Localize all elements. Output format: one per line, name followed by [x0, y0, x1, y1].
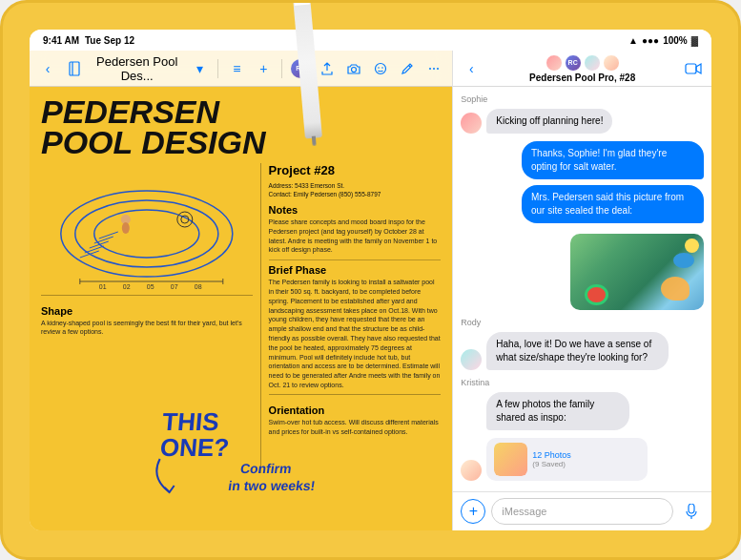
date-display: Tue Sep 12	[85, 35, 134, 46]
notes-panel: ‹ Pedersen Pool Des... ▾ ≡ +	[30, 51, 452, 530]
brief-header: Brief Phase	[269, 259, 442, 276]
list-button[interactable]: ≡	[226, 58, 247, 79]
wifi-icon: ▲	[628, 35, 638, 46]
msg-kristina-text: A few photos the family shared as inspo:	[496, 399, 594, 423]
sun-icon	[685, 239, 699, 253]
photo-preview	[494, 443, 527, 476]
messages-list: Sophie Kicking off planning here! T	[453, 87, 711, 491]
notes-document: PEDERSEN POOL DESIGN	[30, 87, 452, 530]
msg-rody-text: Haha, love it! Do we have a sense of wha…	[496, 339, 651, 363]
bubble-sophie: Kicking off planning here!	[486, 109, 612, 134]
photo-attachment[interactable]: 12 Photos (9 Saved)	[486, 438, 648, 481]
svg-point-9	[61, 191, 233, 277]
toolbar-divider2	[281, 59, 282, 78]
doc-left-column: 01 02 05 07 08	[41, 163, 261, 473]
message-group-rody: Rody Haha, love it! Do we have a sense o…	[461, 318, 704, 370]
project-contact: Contact: Emily Pedersen (850) 555-8797	[269, 190, 442, 199]
back-icon: ‹	[46, 61, 51, 76]
svg-text:05: 05	[147, 283, 154, 290]
message-group-kristina: Kristina A few photos the family shared …	[461, 378, 704, 481]
svg-text:in two weeks!: in two weeks!	[227, 478, 316, 493]
project-address: Address: 5433 Emerson St.	[269, 181, 442, 191]
bubble-kristina: A few photos the family shared as inspo:	[486, 392, 628, 430]
emoji-button[interactable]	[370, 58, 391, 79]
signal-icon: ●●●	[642, 35, 659, 46]
sender-label-kristina: Kristina	[461, 378, 704, 387]
book-icon	[67, 61, 82, 76]
pool-sketch: 01 02 05 07 08	[41, 167, 253, 291]
markup-button[interactable]	[397, 58, 418, 79]
add-button[interactable]: +	[253, 58, 274, 79]
camera-button[interactable]	[343, 58, 364, 79]
photo-info-area: 12 Photos (9 Saved)	[532, 450, 571, 468]
add-attachment-button[interactable]: +	[461, 499, 485, 524]
avatar-kristina-msg	[461, 460, 482, 481]
svg-point-4	[378, 67, 380, 69]
svg-point-5	[381, 67, 383, 69]
svg-text:07: 07	[171, 283, 178, 290]
svg-point-3	[376, 63, 386, 73]
main-content: ‹ Pedersen Pool Des... ▾ ≡ +	[30, 51, 711, 530]
title-line1: PEDERSEN	[41, 96, 441, 127]
bubble-rody: Haha, love it! Do we have a sense of wha…	[486, 332, 669, 370]
orientation-header: Orientation	[269, 404, 442, 416]
svg-point-7	[433, 68, 435, 70]
svg-line-14	[90, 241, 109, 248]
msg-out1-text: Thanks, Sophie! I'm glad they're opting …	[531, 148, 667, 172]
sender-label-rody: Rody	[461, 318, 704, 327]
back-button[interactable]: ‹	[37, 58, 58, 79]
messages-toolbar: ‹ RC Pedersen Pool Pro, #28	[453, 51, 711, 87]
image-row-outgoing	[461, 230, 704, 310]
svg-text:02: 02	[123, 283, 131, 290]
svg-rect-34	[689, 504, 694, 513]
photo-saved: (9 Saved)	[532, 460, 571, 468]
pool-sketch-svg: 01 02 05 07 08	[41, 167, 253, 291]
message-row-rody: Haha, love it! Do we have a sense of wha…	[461, 332, 704, 370]
sender-label-sophie: Sophie	[461, 94, 704, 104]
svg-point-6	[429, 68, 431, 70]
title-line2: POOL DESIGN	[41, 127, 441, 157]
svg-rect-0	[70, 62, 79, 75]
msg-sophie-text: Kicking off planning here!	[496, 115, 603, 126]
messages-panel: ‹ RC Pedersen Pool Pro, #28	[452, 51, 711, 530]
microphone-button[interactable]	[679, 499, 704, 524]
watermelon-icon	[585, 284, 608, 305]
project-header: Project #28	[269, 163, 442, 177]
status-right: ▲ ●●● 100% ▓	[628, 35, 698, 46]
svg-text:08: 08	[195, 283, 202, 290]
mic-icon	[686, 504, 697, 519]
svg-line-15	[85, 246, 104, 253]
bubble-out1: Thanks, Sophie! I'm glad they're opting …	[522, 141, 704, 179]
shape-header: Shape	[41, 305, 253, 317]
share-icon	[320, 62, 334, 75]
time-display: 9:41 AM	[43, 35, 79, 46]
toolbar-divider	[217, 59, 218, 78]
avatar-rody	[584, 54, 601, 72]
doc-bottom-left: Shape A kidney-shaped pool is seemingly …	[41, 295, 253, 338]
kristina-messages: A few photos the family shared as inspo:…	[486, 392, 676, 481]
message-row-out1: Thanks, Sophie! I'm glad they're opting …	[461, 141, 704, 179]
notes-header: Notes	[269, 204, 442, 216]
orientation-section: Orientation Swim-over hot tub access. Wi…	[269, 394, 442, 437]
svg-point-2	[352, 67, 357, 72]
share-button[interactable]	[317, 58, 338, 79]
messages-title-area: RC Pedersen Pool Pro, #28	[487, 54, 677, 83]
doc-layout: 01 02 05 07 08	[41, 163, 441, 473]
doc-title: PEDERSEN POOL DESIGN	[41, 96, 441, 158]
msg-out2-text: Mrs. Pedersen said this picture from our…	[531, 192, 684, 216]
messages-back-button[interactable]: ‹	[461, 58, 482, 79]
svg-point-28	[122, 222, 130, 234]
notebook-button[interactable]	[64, 58, 85, 79]
message-row-out2: Mrs. Pedersen said this picture from our…	[461, 185, 704, 223]
screen: 9:41 AM Tue Sep 12 ▲ ●●● 100% ▓ ‹	[30, 30, 711, 530]
markup-icon	[401, 62, 414, 75]
video-call-button[interactable]	[683, 58, 704, 79]
camera-icon	[347, 62, 360, 75]
fish-icon	[673, 253, 694, 268]
photo-thumb	[494, 443, 527, 476]
emoji-icon	[374, 62, 387, 75]
title-chevron[interactable]: ▾	[189, 58, 210, 79]
message-input[interactable]: iMessage	[491, 498, 673, 525]
notes-text: Please share concepts and mood board ins…	[269, 218, 442, 255]
more-button[interactable]	[423, 58, 444, 79]
